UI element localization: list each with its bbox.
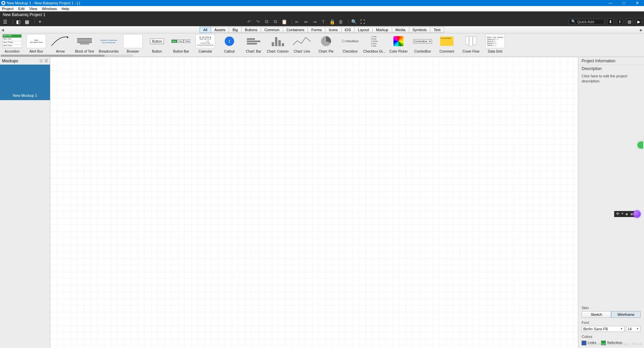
quick-add-placeholder: Quick Add — [577, 20, 594, 24]
app-icon — [1, 1, 5, 5]
align-left-icon[interactable]: ⇤ — [294, 19, 300, 25]
menu-project[interactable]: Project — [2, 7, 13, 11]
mockups-title: Mockups — [2, 59, 18, 63]
lib-alertbox[interactable]: Alerttext goes hereAlert Box — [24, 34, 48, 57]
ui-library: Item OneItem TwoItem ThreeItem FourAccor… — [0, 33, 644, 57]
lib-colorpicker[interactable]: Color Picker — [386, 34, 411, 57]
lib-datagrid[interactable]: Name Last (grows)Giacomo G. ▢Marco B. ▢M… — [483, 34, 507, 57]
lib-button[interactable]: ButtonButton — [145, 34, 169, 57]
tab-assets[interactable]: Assets — [211, 27, 229, 33]
hamburger-icon[interactable]: ☰ — [2, 19, 8, 25]
undo-icon[interactable]: ↶ — [246, 19, 252, 25]
tab-text[interactable]: Text — [430, 27, 444, 33]
tab-markup[interactable]: Markup — [372, 27, 392, 33]
paste-icon[interactable]: ⧉ — [272, 19, 278, 25]
skin-toggle: Sketch Wireframe — [582, 311, 641, 318]
copy-icon[interactable]: ⧉ — [264, 19, 270, 25]
separator — [292, 19, 292, 24]
lib-checkbox[interactable]: ☐ CheckboxCheckbox — [338, 34, 362, 57]
lib-chartline[interactable]: Chart: Line — [290, 34, 314, 57]
lib-checkboxgroup[interactable]: ☐ one☑ two☐ three☑ four☐ fiveCheckbox Gr… — [362, 34, 386, 57]
description-label: Description — [578, 65, 644, 72]
lib-browser[interactable]: Browser — [121, 34, 145, 57]
trash-icon[interactable]: 🗑 — [338, 19, 344, 25]
lib-calendar[interactable]: ◀ JUN 2018 ▶S M T W T F S· · · · · 1 23 … — [193, 34, 217, 57]
floating-toolbar[interactable]: 中❞★⚙ — [614, 210, 641, 218]
add-mockup-icon[interactable]: ＋ — [37, 19, 43, 25]
assistant-orb-icon[interactable] — [633, 210, 641, 218]
skin-sketch[interactable]: Sketch — [582, 311, 611, 318]
export-icon[interactable]: ⬇ — [607, 18, 614, 25]
tab-ios[interactable]: iOS — [341, 27, 355, 33]
menu-edit[interactable]: Edit — [18, 7, 24, 11]
align-top-icon[interactable]: ⤒ — [320, 19, 326, 25]
lib-arrow[interactable]: Arrow — [48, 34, 72, 57]
zoom-icon[interactable]: 🔍 — [351, 19, 357, 25]
lib-comment[interactable]: A commentComment — [435, 34, 459, 57]
canvas[interactable] — [50, 57, 578, 348]
tab-icons[interactable]: Icons — [325, 27, 341, 33]
tab-symbols[interactable]: Symbols — [409, 27, 430, 33]
project-bar: New Balsamiq Project 1 ☰ ◧ ▦ ＋ ↶ ↷ ⧉ ⧉ 📋… — [0, 11, 644, 26]
lib-breadcrumbs[interactable]: Home ▸ Products ▸ Xyz ▸ FeaturesBreadcru… — [97, 34, 121, 57]
lib-coverflow[interactable]: Cover Flow — [459, 34, 483, 57]
font-family-select[interactable]: Berlin Sans FB — [582, 326, 625, 332]
present-icon[interactable]: ▶ — [635, 18, 642, 25]
info-icon[interactable]: i — [616, 18, 623, 25]
maximize-button[interactable]: □ — [617, 0, 631, 6]
menu-help[interactable]: Help — [62, 7, 69, 11]
redo-icon[interactable]: ↷ — [255, 19, 261, 25]
selection-color[interactable]: Selection — [601, 341, 622, 345]
scroll-right-icon[interactable]: ▶ — [640, 28, 643, 32]
panel-menu-icon[interactable]: ☰ — [45, 59, 48, 63]
tab-all[interactable]: All — [200, 27, 211, 33]
menu-windows[interactable]: Windows — [42, 7, 57, 11]
notes-icon[interactable]: ▤ — [626, 18, 633, 25]
colors-label: Colors — [582, 335, 641, 339]
lib-buttonbar[interactable]: OneTwoThreeButton Bar — [169, 34, 193, 57]
tab-big[interactable]: Big — [229, 27, 241, 33]
grid-view-icon[interactable]: ▦ — [24, 19, 30, 25]
separator — [348, 19, 349, 24]
description-field[interactable]: Click here to edit the project descripti… — [578, 72, 644, 86]
scroll-left-icon[interactable]: ◀ — [1, 28, 4, 32]
quick-add-input[interactable]: 🔍 Quick Add — [569, 19, 604, 24]
category-bar: ◀ All Assets Big Buttons Common Containe… — [0, 26, 644, 33]
tab-buttons[interactable]: Buttons — [241, 27, 261, 33]
tab-containers[interactable]: Containers — [283, 27, 308, 33]
workspace: Mockups ◻ ☰ New Mockup 1 Project Informa… — [0, 57, 644, 348]
lib-callout[interactable]: 1Callout — [217, 34, 241, 57]
panels-view-icon[interactable]: ◧ — [15, 19, 21, 25]
close-button[interactable]: ✕ — [631, 0, 644, 6]
titlebar: New Mockup 1 - New Balsamiq Project 1 - … — [0, 0, 644, 6]
lib-chartpie[interactable]: Chart: Pie — [314, 34, 338, 57]
lib-combobox[interactable]: ComboBoxComboBox — [411, 34, 435, 57]
menu-view[interactable]: View — [29, 7, 37, 11]
search-icon: 🔍 — [571, 19, 576, 24]
align-right-icon[interactable]: ⇥ — [312, 19, 318, 25]
lock-icon[interactable]: 🔒 — [329, 19, 335, 25]
lib-blocktext[interactable]: Block of Text — [72, 34, 97, 57]
floating-badge-icon[interactable] — [637, 141, 644, 149]
tab-forms[interactable]: Forms — [308, 27, 325, 33]
window-buttons: — □ ✕ — [604, 0, 644, 6]
fit-icon[interactable]: ⛶ — [360, 19, 366, 25]
lib-chartcolumn[interactable]: Chart: Column — [266, 34, 290, 57]
tab-common[interactable]: Common — [261, 27, 283, 33]
clipboard-icon[interactable]: 📋 — [281, 19, 287, 25]
align-center-icon[interactable]: ⇔ — [303, 19, 309, 25]
tab-layout[interactable]: Layout — [354, 27, 373, 33]
library-scrollbar[interactable] — [1, 55, 133, 57]
panel-view-icon[interactable]: ◻ — [40, 59, 43, 63]
lib-chartbar[interactable]: Chart: Bar — [241, 34, 266, 57]
window-title: New Mockup 1 - New Balsamiq Project 1 - … — [7, 1, 80, 5]
lib-accordion[interactable]: Item OneItem TwoItem ThreeItem FourAccor… — [0, 34, 24, 57]
minimize-button[interactable]: — — [604, 0, 617, 6]
skin-wireframe[interactable]: Wireframe — [611, 311, 641, 318]
tab-media[interactable]: Media — [392, 27, 409, 33]
links-color[interactable]: Links — [582, 341, 596, 345]
font-size-select[interactable]: 14 — [626, 326, 641, 332]
mockup-item[interactable]: New Mockup 1 — [0, 65, 50, 100]
menubar: Project Edit View Windows Help — [0, 6, 644, 11]
separator — [35, 19, 35, 24]
